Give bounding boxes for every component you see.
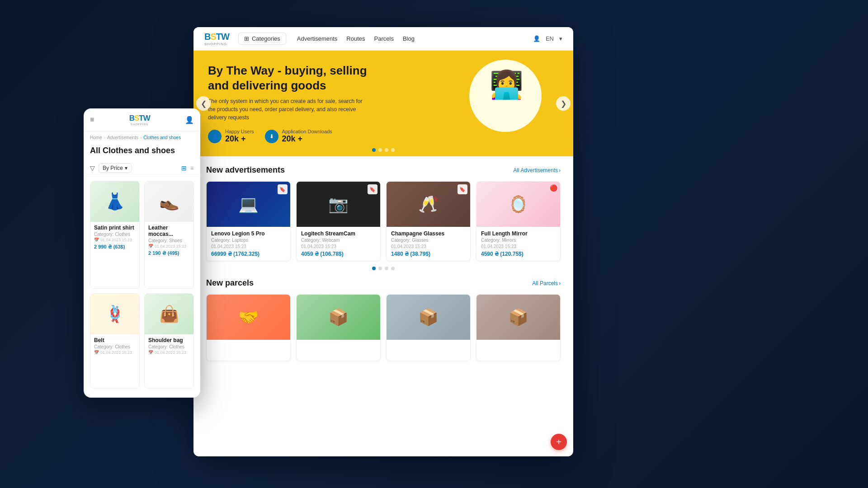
nav-parcels[interactable]: Parcels (374, 35, 394, 42)
mobile-filter-bar: ▽ By Price ▾ ⊞ ≡ (84, 160, 200, 176)
ad-card-glasses-category: Category: Glasses (391, 238, 466, 243)
hero-dot-4[interactable] (391, 148, 395, 152)
nav-advertisements[interactable]: Advertisements (297, 35, 338, 42)
mobile-belt-title: Belt (94, 337, 136, 343)
ad-card-mirror-price: 4590 ₴ (120.75$) (481, 251, 556, 257)
all-ads-link[interactable]: All Advertisements › (513, 167, 561, 174)
mobile-bag-heart-icon[interactable]: ♡ (185, 296, 191, 304)
nav-routes[interactable]: Routes (346, 35, 365, 42)
hero-illustration: 👩‍💻 (456, 55, 546, 136)
mobile-overlay: ≡ BSTW SHOPPING 👤 Home › Advertisements … (84, 108, 200, 398)
filter-icon: ▽ (90, 164, 95, 172)
hero-dot-1[interactable] (372, 148, 376, 152)
categories-button[interactable]: ⊞ Categories (238, 33, 286, 45)
nav-right: 👤 EN ▾ (533, 35, 562, 42)
ads-carousel-dots (206, 267, 561, 270)
breadcrumb-sep-2: › (140, 135, 142, 140)
ad-card-mirror-title: Full Length Mirror (481, 230, 556, 237)
desktop-nav: BSTW SHOPPING ⊞ Categories Advertisement… (193, 27, 573, 51)
hero-dots (372, 148, 395, 152)
parcel-card-1-img: 🤝 (207, 295, 290, 340)
calendar-icon-2: 📅 (148, 244, 153, 249)
new-ads-title: New advertisements (206, 165, 285, 175)
ads-dot-3[interactable] (385, 267, 388, 270)
mobile-product-bag: 👜 ♡ Shoulder bag Category: Clothes 📅 01.… (144, 293, 194, 389)
mobile-bag-title: Shoulder bag (148, 337, 190, 343)
desktop-logo: BSTW SHOPPING (204, 32, 229, 46)
mobile-belt-date: 📅 01.04.2023 15:23 (94, 350, 136, 355)
parcel-card-1: 🤝 (206, 294, 291, 361)
lang-arrow-icon: ▾ (559, 35, 562, 42)
list-view-icon[interactable]: ≡ (190, 164, 194, 172)
new-parcels-title: New parcels (206, 278, 254, 288)
ad-card-webcam: 📷 🔖 Logitech StreamCam Category: Webcam … (296, 181, 381, 261)
new-ads-header: New advertisements All Advertisements › (206, 165, 561, 175)
mobile-filter-left: ▽ By Price ▾ (90, 163, 132, 173)
mobile-belt-heart-icon[interactable]: ♡ (131, 296, 137, 304)
parcel-card-4: 📦 (476, 294, 561, 361)
mobile-product-shoes: 👞 ♡ Leather moccas... Category: Shoes 📅 … (144, 181, 194, 289)
ad-card-webcam-title: Logitech StreamCam (301, 230, 376, 237)
grid-view-icon[interactable]: ⊞ (181, 164, 187, 172)
calendar-icon-3: 📅 (94, 350, 99, 355)
parcel-card-2-img: 📦 (297, 295, 380, 340)
mobile-shoes-category: Category: Shoes (148, 238, 190, 243)
ad-card-mirror: 🪞 🔴 Full Length Mirror Category: Mirrors… (476, 181, 561, 261)
lang-selector[interactable]: EN (546, 35, 554, 42)
mobile-shirt-date: 📅 01.04.2023 15:23 (94, 238, 136, 242)
breadcrumb-ads[interactable]: Advertisements (107, 135, 138, 140)
mobile-shirt-price: 2 990 ₴ (63$) (94, 244, 136, 250)
hero-next-button[interactable]: ❯ (556, 96, 571, 111)
hero-content: By The Way - buying, selling and deliver… (208, 63, 371, 144)
ad-card-webcam-category: Category: Webcam (301, 238, 376, 243)
hero-prev-button[interactable]: ❮ (196, 96, 211, 111)
mobile-avatar-icon[interactable]: 👤 (185, 116, 194, 124)
mobile-page-title: All Clothes and shoes (84, 144, 200, 160)
nav-blog[interactable]: Blog (403, 35, 415, 42)
mobile-nav: ≡ BSTW SHOPPING 👤 (84, 108, 200, 131)
breadcrumb-current: Clothes and shoes (143, 135, 181, 140)
browser-window: BSTW SHOPPING ⊞ Categories Advertisement… (193, 27, 573, 456)
ads-dot-1[interactable] (372, 267, 376, 270)
hero-dot-3[interactable] (385, 148, 388, 152)
mobile-bag-date: 📅 01.04.2023 15:23 (148, 350, 190, 355)
ad-card-laptop-bookmark[interactable]: 🔖 (278, 184, 288, 194)
all-parcels-link[interactable]: All Parcels › (532, 280, 561, 286)
mobile-shoes-date: 📅 01.04.2023 15:23 (148, 244, 190, 249)
mobile-breadcrumb: Home › Advertisements › Clothes and shoe… (84, 131, 200, 144)
breadcrumb-home[interactable]: Home (90, 135, 102, 140)
downloads-icon: ⬇ (265, 130, 278, 143)
ad-card-glasses-date: 01.04.2023 15:23 (391, 244, 466, 249)
hero-subtitle: The only system in which you can create … (208, 97, 371, 122)
filter-arrow-icon: ▾ (125, 165, 127, 171)
ads-dot-2[interactable] (378, 267, 382, 270)
ad-card-webcam-bookmark[interactable]: 🔖 (368, 184, 377, 194)
mobile-product-bag-img: 👜 ♡ (145, 294, 193, 334)
mobile-view-icons: ⊞ ≡ (181, 164, 194, 172)
parcel-card-3-img: 📦 (387, 295, 470, 340)
filter-label: By Price (103, 165, 123, 171)
hero-title: By The Way - buying, selling and deliver… (208, 63, 371, 93)
hero-dot-2[interactable] (378, 148, 382, 152)
happy-users-icon: 👤 (208, 130, 222, 143)
nav-links: Advertisements Routes Parcels Blog (297, 35, 415, 42)
ad-card-laptop-category: Category: Laptops (211, 238, 286, 243)
ad-card-mirror-img: 🪞 (476, 182, 560, 227)
ad-card-laptop-date: 01.04.2023 15:23 (211, 244, 286, 249)
ads-dot-4[interactable] (391, 267, 395, 270)
categories-label: Categories (252, 35, 280, 42)
ad-card-glasses-bookmark[interactable]: 🔖 (458, 184, 467, 194)
mobile-menu-icon[interactable]: ≡ (90, 116, 94, 124)
mobile-shirt-heart-icon[interactable]: ♡ (131, 184, 137, 191)
mobile-shoes-title: Leather moccas... (148, 225, 190, 237)
ad-card-webcam-date: 01.04.2023 15:23 (301, 244, 376, 249)
parcel-cards-row: 🤝 📦 📦 📦 (206, 294, 561, 361)
ad-card-mirror-bookmark[interactable]: 🔴 (550, 184, 557, 192)
fab-add-button[interactable]: + (551, 434, 567, 450)
parcel-card-2: 📦 (296, 294, 381, 361)
new-parcels-header: New parcels All Parcels › (206, 278, 561, 288)
grid-icon: ⊞ (244, 35, 249, 42)
mobile-belt-category: Category: Clothes (94, 344, 136, 349)
by-price-button[interactable]: By Price ▾ (99, 163, 132, 173)
mobile-shoes-heart-icon[interactable]: ♡ (185, 184, 191, 191)
